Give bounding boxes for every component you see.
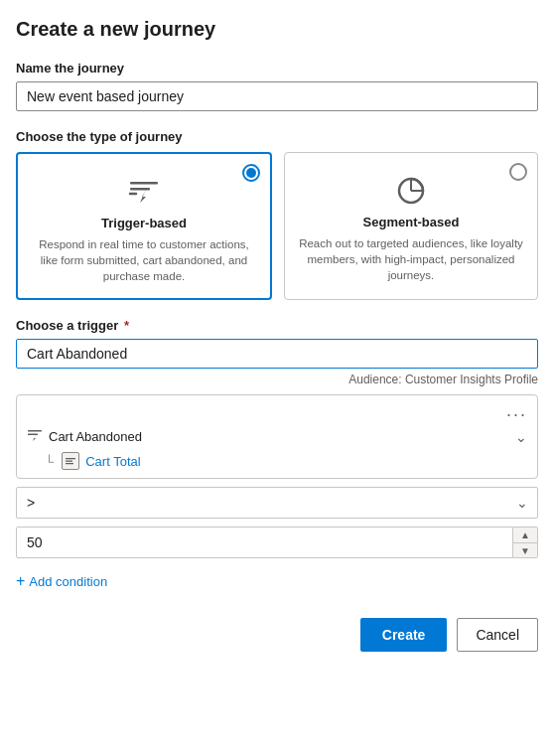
trigger-radio[interactable] <box>242 164 260 182</box>
trigger-row: Cart Abandoned ⌄ <box>17 421 537 450</box>
sub-icon <box>62 452 79 470</box>
add-condition-button[interactable]: + Add condition <box>16 572 538 590</box>
spin-up-button[interactable]: ▲ <box>513 528 537 543</box>
spin-down-button[interactable]: ▼ <box>513 543 537 558</box>
name-label: Name the journey <box>16 61 538 76</box>
trigger-based-desc: Respond in real time to customer actions… <box>30 236 258 284</box>
svg-rect-1 <box>130 188 150 191</box>
value-number-input[interactable] <box>16 527 513 558</box>
trigger-based-title: Trigger-based <box>101 216 187 230</box>
audience-label: Audience: Customer Insights Profile <box>16 373 538 386</box>
number-input-wrap: ▲ ▼ <box>16 527 538 558</box>
page-title: Create a new journey <box>16 18 538 41</box>
segment-based-card[interactable]: Segment-based Reach out to targeted audi… <box>284 152 538 300</box>
value-input-row: ▲ ▼ <box>16 527 538 558</box>
cancel-button[interactable]: Cancel <box>457 618 538 652</box>
cart-total-label[interactable]: Cart Total <box>85 454 140 469</box>
footer-row: Create Cancel <box>16 618 538 652</box>
indent-line: └ <box>45 454 54 469</box>
spinner-buttons: ▲ ▼ <box>513 527 538 558</box>
segment-radio[interactable] <box>509 163 527 181</box>
journey-type-row: Trigger-based Respond in real time to cu… <box>16 152 538 300</box>
svg-rect-7 <box>28 434 38 436</box>
conditions-box-top: ... <box>17 395 537 421</box>
trigger-label: Choose a trigger * <box>16 318 538 333</box>
trigger-based-icon <box>126 174 162 210</box>
svg-marker-2 <box>140 190 146 203</box>
segment-based-icon <box>393 173 429 209</box>
svg-rect-11 <box>66 463 73 464</box>
svg-rect-9 <box>66 458 75 459</box>
trigger-input[interactable] <box>16 339 538 369</box>
create-button[interactable]: Create <box>360 618 448 652</box>
trigger-row-left: Cart Abandoned <box>27 427 142 446</box>
segment-based-title: Segment-based <box>363 215 460 229</box>
trigger-row-chevron[interactable]: ⌄ <box>515 429 527 445</box>
journey-type-label: Choose the type of journey <box>16 129 538 144</box>
required-star: * <box>120 318 129 333</box>
svg-rect-6 <box>28 430 42 432</box>
conditions-box: ... Cart Abandoned ⌄ └ <box>16 394 538 479</box>
add-condition-plus-icon: + <box>16 572 25 590</box>
journey-name-input[interactable] <box>16 81 538 111</box>
trigger-based-card[interactable]: Trigger-based Respond in real time to cu… <box>16 152 272 300</box>
segment-based-desc: Reach out to targeted audiences, like lo… <box>297 235 525 283</box>
trigger-row-name: Cart Abandoned <box>49 429 142 444</box>
operator-dropdown[interactable]: > < >= <= = != <box>16 487 538 519</box>
radio-dot <box>246 168 256 178</box>
sub-row: └ Cart Total <box>17 450 537 478</box>
add-condition-label: Add condition <box>29 574 107 589</box>
conditions-ellipsis-button[interactable]: ... <box>506 401 527 419</box>
svg-rect-0 <box>130 182 158 185</box>
svg-rect-10 <box>66 461 72 462</box>
operator-dropdown-row: > < >= <= = != ⌄ <box>16 487 538 519</box>
trigger-row-icon <box>27 427 43 446</box>
svg-marker-8 <box>33 435 36 442</box>
